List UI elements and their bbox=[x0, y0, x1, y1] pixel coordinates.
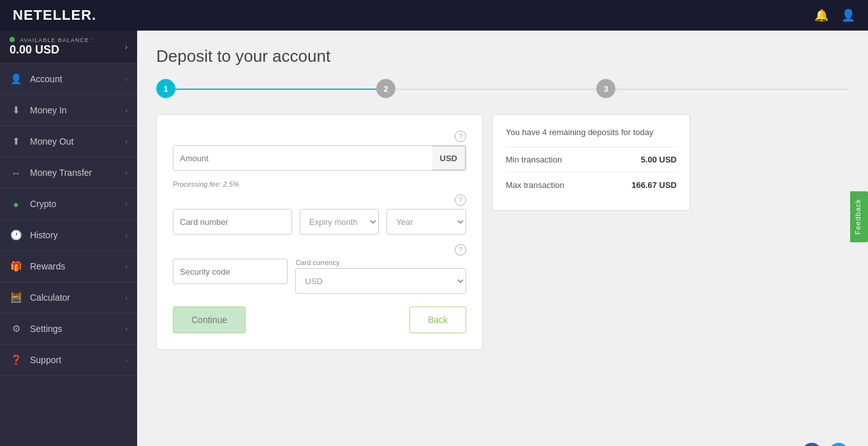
step-3: 3 bbox=[596, 79, 615, 98]
remaining-deposits: You have 4 remaining deposits for today bbox=[506, 127, 677, 137]
twitter-icon[interactable]: 🐦 bbox=[828, 443, 849, 446]
crypto-icon: ● bbox=[10, 198, 22, 210]
min-label: Min transaction bbox=[506, 155, 562, 164]
chevron-right-icon: › bbox=[125, 138, 128, 145]
step-2: 2 bbox=[376, 79, 395, 98]
form-buttons: Continue Back bbox=[173, 306, 466, 333]
sidebar-item-calculator[interactable]: 🧮 Calculator › bbox=[0, 282, 137, 313]
sidebar-item-rewards[interactable]: 🎁 Rewards › bbox=[0, 251, 137, 282]
chevron-right-icon: › bbox=[125, 294, 128, 301]
amount-input[interactable] bbox=[173, 146, 432, 170]
chevron-right-icon: › bbox=[125, 75, 128, 83]
notification-icon[interactable]: 🔔 bbox=[814, 8, 828, 22]
header-icons: 🔔 👤 bbox=[814, 8, 855, 22]
min-value: 5.00 USD bbox=[641, 155, 677, 164]
calculator-icon: 🧮 bbox=[10, 291, 22, 304]
security-row: 123 Card currency USD EUR GBP bbox=[173, 259, 466, 294]
info-panel: You have 4 remaining deposits for today … bbox=[492, 114, 690, 211]
chevron-right-icon: › bbox=[125, 263, 128, 270]
content-inner: ? USD Processing fee: 2.5% ? bbox=[156, 114, 849, 350]
balance-label: AVAILABLE BALANCE : bbox=[10, 37, 125, 43]
sidebar-item-crypto[interactable]: ● Crypto › bbox=[0, 189, 137, 220]
card-currency-label: Card currency bbox=[295, 259, 466, 266]
header: NETELLER. 🔔 👤 bbox=[0, 0, 868, 31]
continue-button[interactable]: Continue bbox=[173, 306, 246, 333]
step-1: 1 bbox=[156, 79, 175, 98]
content: Deposit to your account 1 2 3 ? bbox=[137, 31, 868, 446]
max-label: Max transaction bbox=[506, 180, 564, 190]
expiry-month-select[interactable]: Expiry month 01020304 05060708 09101112 bbox=[300, 209, 379, 234]
balance-amount: 0.00 USD bbox=[10, 43, 125, 57]
person-icon: 👤 bbox=[10, 73, 22, 85]
chevron-right-icon: › bbox=[125, 169, 128, 176]
chevron-right-icon: › bbox=[125, 200, 128, 208]
card-help-icon[interactable]: ? bbox=[455, 194, 466, 206]
chevron-right-icon: › bbox=[125, 356, 128, 364]
user-icon[interactable]: 👤 bbox=[841, 8, 855, 22]
chevron-right-icon: › bbox=[125, 106, 128, 114]
card-currency-group: Card currency USD EUR GBP bbox=[295, 259, 466, 294]
feedback-wrapper: Feedback bbox=[850, 191, 868, 242]
security-code-wrap: 123 bbox=[173, 259, 288, 284]
sidebar-item-money-in[interactable]: ⬇ Money In › bbox=[0, 95, 137, 126]
balance-arrow[interactable]: › bbox=[125, 43, 128, 52]
logo: NETELLER. bbox=[13, 7, 96, 24]
feedback-button[interactable]: Feedback bbox=[850, 191, 868, 242]
balance-info: AVAILABLE BALANCE : 0.00 USD bbox=[10, 37, 125, 57]
security-help-icon[interactable]: ? bbox=[455, 244, 466, 255]
balance-section[interactable]: AVAILABLE BALANCE : 0.00 USD › bbox=[0, 31, 137, 64]
year-select[interactable]: Year 2024202520262027 202820292030 bbox=[386, 209, 466, 234]
card-number-input[interactable] bbox=[173, 210, 292, 234]
steps-container: 1 2 3 bbox=[156, 79, 849, 98]
transfer-icon: ↔ bbox=[10, 166, 22, 179]
sidebar-item-support[interactable]: ❓ Support › bbox=[0, 345, 137, 376]
card-help: ? bbox=[173, 194, 466, 206]
amount-input-wrap: USD bbox=[173, 145, 466, 171]
page-title: Deposit to your account bbox=[156, 47, 849, 66]
security-code-input[interactable] bbox=[173, 259, 288, 284]
chevron-right-icon: › bbox=[125, 325, 128, 333]
gear-icon: ⚙ bbox=[10, 322, 22, 335]
arrow-down-icon: ⬇ bbox=[10, 104, 22, 117]
chevron-right-icon: › bbox=[125, 231, 128, 239]
footer-social: f 🐦 bbox=[802, 443, 849, 446]
sidebar: AVAILABLE BALANCE : 0.00 USD › 👤 Account… bbox=[0, 31, 137, 446]
max-value: 166.67 USD bbox=[631, 180, 677, 190]
sidebar-item-settings[interactable]: ⚙ Settings › bbox=[0, 313, 137, 345]
security-help: ? bbox=[173, 244, 466, 255]
help-icon: ❓ bbox=[10, 354, 22, 366]
main-layout: AVAILABLE BALANCE : 0.00 USD › 👤 Account… bbox=[0, 31, 868, 446]
gift-icon: 🎁 bbox=[10, 260, 22, 273]
card-info-row: Expiry month 01020304 05060708 09101112 … bbox=[173, 209, 466, 234]
steps: 1 2 3 bbox=[156, 79, 615, 98]
usd-badge: USD bbox=[432, 146, 466, 170]
form-card: ? USD Processing fee: 2.5% ? bbox=[156, 114, 483, 350]
processing-fee: Processing fee: 2.5% bbox=[173, 180, 466, 188]
sidebar-item-account[interactable]: 👤 Account › bbox=[0, 64, 137, 95]
card-currency-select[interactable]: USD EUR GBP bbox=[295, 268, 466, 294]
amount-help: ? bbox=[173, 131, 466, 142]
amount-help-icon[interactable]: ? bbox=[455, 131, 466, 142]
amount-row: USD bbox=[173, 145, 466, 171]
max-transaction-row: Max transaction 166.67 USD bbox=[506, 172, 677, 198]
balance-dot bbox=[10, 37, 15, 42]
sidebar-item-history[interactable]: 🕐 History › bbox=[0, 220, 137, 251]
min-transaction-row: Min transaction 5.00 USD bbox=[506, 147, 677, 172]
back-button[interactable]: Back bbox=[409, 306, 466, 333]
card-number-wrap bbox=[173, 209, 292, 234]
clock-icon: 🕐 bbox=[10, 229, 22, 241]
sidebar-item-money-out[interactable]: ⬆ Money Out › bbox=[0, 126, 137, 157]
arrow-up-icon: ⬆ bbox=[10, 135, 22, 148]
sidebar-item-money-transfer[interactable]: ↔ Money Transfer › bbox=[0, 157, 137, 189]
facebook-icon[interactable]: f bbox=[802, 443, 822, 446]
